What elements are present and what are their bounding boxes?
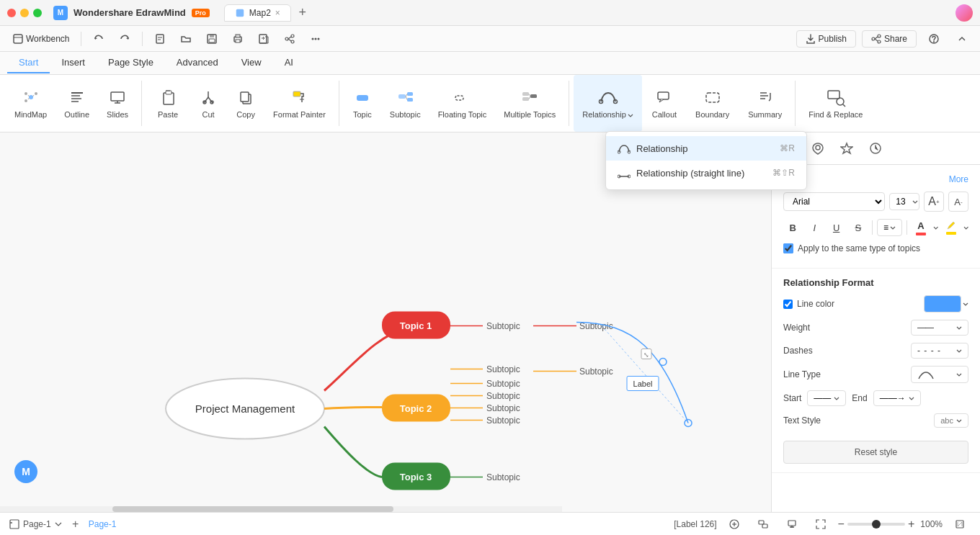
subtopic-button[interactable]: Subtopic — [381, 75, 429, 132]
font-more-link[interactable]: More — [949, 174, 968, 184]
multiple-topics-button[interactable]: Multiple Topics — [495, 75, 564, 132]
highlight-color-button[interactable] — [941, 217, 960, 238]
map-tab[interactable]: Map2 × — [224, 4, 291, 22]
svg-text:Topic 1: Topic 1 — [400, 320, 432, 331]
zoom-minus-button[interactable]: − — [838, 518, 845, 531]
sidebar-toggle-icon[interactable] — [9, 518, 20, 530]
more-button[interactable] — [304, 30, 327, 48]
save-button[interactable] — [200, 30, 223, 48]
underline-button[interactable]: U — [827, 217, 846, 238]
text-style-control[interactable]: abc — [934, 413, 968, 428]
text-color-button[interactable]: A — [912, 217, 930, 238]
end-control[interactable]: ——→ — [873, 390, 921, 406]
line-color-control[interactable] — [924, 295, 968, 313]
close-button[interactable] — [7, 9, 16, 17]
summary-button[interactable]: Summary — [739, 75, 790, 132]
share-button[interactable]: Share — [862, 30, 917, 48]
reset-style-button[interactable]: Reset style — [783, 441, 968, 464]
relationship-option-curved[interactable]: Relationship ⌘R — [606, 136, 806, 161]
zoom-plus-button[interactable]: + — [908, 518, 914, 531]
undo-button[interactable] — [87, 30, 110, 48]
help-button[interactable] — [922, 30, 945, 48]
cut-button[interactable]: Cut — [190, 75, 227, 132]
avatar[interactable] — [956, 4, 973, 22]
collapse-button[interactable] — [951, 31, 973, 47]
print-button[interactable] — [226, 30, 249, 48]
tab-start[interactable]: Start — [7, 53, 50, 73]
svg-line-29 — [28, 95, 30, 96]
boundary-button[interactable]: Boundary — [687, 75, 738, 132]
copy-button[interactable]: Copy — [227, 75, 264, 132]
panel-icon-clock[interactable] — [864, 137, 887, 160]
panel-icon-style[interactable] — [835, 137, 858, 160]
relationship-option-straight[interactable]: Relationship (straight line) ⌘⇧R — [606, 161, 806, 185]
statusbar: Page-1 + Page-1 [Label 126] − + 100% — [0, 512, 980, 535]
find-replace-button[interactable]: Find & Replace — [800, 75, 871, 132]
active-page-name[interactable]: Page-1 — [89, 519, 117, 529]
callout-button[interactable]: Callout — [643, 75, 685, 132]
fit-to-page-button[interactable] — [723, 516, 746, 533]
export-button[interactable] — [252, 30, 275, 48]
publish-button[interactable]: Publish — [796, 30, 856, 48]
tab-close-icon[interactable]: × — [275, 8, 280, 18]
open-file-button[interactable] — [174, 30, 197, 48]
panel-icon-location[interactable] — [806, 137, 829, 160]
fit-view-button[interactable] — [780, 516, 803, 533]
apply-same-row: Apply to the same type of topics — [783, 243, 968, 253]
maximize-button[interactable] — [33, 9, 42, 17]
mindmap-button[interactable]: MindMap — [6, 75, 55, 132]
svg-rect-48 — [398, 94, 406, 99]
fullscreen-button[interactable] — [809, 516, 832, 533]
svg-point-16 — [315, 37, 317, 40]
scrollbar-thumb[interactable] — [112, 506, 393, 512]
start-end-row: Start —— End ——→ — [783, 390, 968, 406]
outline-button[interactable]: Outline — [55, 75, 98, 132]
outline-label: Outline — [64, 110, 89, 120]
tab-page-style[interactable]: Page Style — [97, 53, 165, 73]
format-painter-icon — [289, 87, 309, 107]
multi-page-button[interactable] — [752, 516, 775, 533]
workbench-button[interactable]: Workbench — [7, 31, 75, 47]
tab-view[interactable]: View — [230, 53, 273, 73]
line-type-control[interactable] — [911, 366, 968, 383]
weight-label: Weight — [783, 323, 810, 333]
topic-button[interactable]: Topic — [344, 75, 381, 132]
color-swatch-blue[interactable] — [924, 295, 961, 313]
font-family-select[interactable]: Arial — [783, 192, 885, 211]
relationship-button[interactable]: Relationship — [574, 75, 642, 132]
tab-advanced[interactable]: Advanced — [165, 53, 230, 73]
relationship-option-straight-label: Relationship (straight line) — [636, 168, 744, 179]
share-file-button[interactable] — [278, 30, 301, 48]
svg-rect-9 — [259, 35, 267, 43]
traffic-lights — [7, 9, 42, 17]
align-dropdown[interactable]: ≡ — [877, 219, 902, 236]
bold-button[interactable]: B — [783, 217, 802, 238]
add-tab-button[interactable]: + — [294, 4, 311, 22]
apply-same-checkbox[interactable] — [783, 243, 793, 253]
add-page-button[interactable]: + — [68, 517, 83, 531]
paste-button[interactable]: Paste — [146, 75, 190, 132]
decrease-font-button[interactable]: A- — [948, 192, 968, 212]
strikethrough-button[interactable]: S — [849, 217, 868, 238]
start-control[interactable]: —— — [807, 390, 846, 406]
page-dropdown-arrow-icon[interactable] — [54, 520, 63, 529]
horizontal-scrollbar[interactable] — [0, 506, 562, 512]
rf-section-title: Relationship Format — [783, 277, 874, 288]
tab-ai[interactable]: AI — [273, 53, 305, 73]
minimize-button[interactable] — [20, 9, 29, 17]
line-color-checkbox[interactable] — [783, 300, 793, 309]
line-color-row: Line color — [783, 295, 968, 313]
new-file-button[interactable] — [148, 30, 172, 48]
zoom-slider[interactable] — [847, 523, 905, 526]
weight-control[interactable]: —— — [911, 320, 968, 336]
zoom-fit-button[interactable] — [948, 516, 971, 533]
dashes-control[interactable]: - - - - — [911, 343, 968, 359]
floating-topic-button[interactable]: Floating Topic — [429, 75, 496, 132]
italic-button[interactable]: I — [805, 217, 824, 238]
increase-font-button[interactable]: A+ — [924, 192, 944, 212]
format-painter-button[interactable]: Format Painter — [264, 75, 334, 132]
tab-insert[interactable]: Insert — [50, 53, 97, 73]
slides-button[interactable]: Slides — [98, 75, 137, 132]
zoom-slider-thumb[interactable] — [872, 520, 881, 529]
redo-button[interactable] — [113, 30, 136, 48]
